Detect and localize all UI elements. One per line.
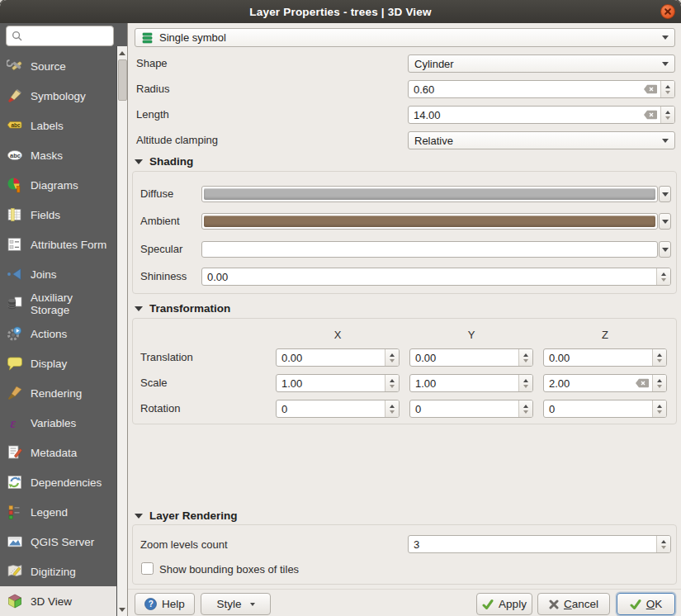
- collapse-triangle-icon: [135, 159, 143, 164]
- sidebar-item-3d-view[interactable]: 3D View: [0, 586, 116, 616]
- titlebar[interactable]: Layer Properties - trees | 3D View: [0, 0, 681, 23]
- sidebar-item-variables[interactable]: ε Variables: [0, 408, 116, 438]
- ambient-color-button[interactable]: [201, 213, 658, 230]
- sidebar-item-masks[interactable]: abc Masks: [0, 140, 116, 170]
- masks-icon: abc: [7, 147, 23, 163]
- translation-y-input[interactable]: [410, 352, 518, 364]
- rotation-x-input[interactable]: [277, 403, 385, 415]
- fields-icon: [7, 206, 23, 223]
- sidebar-item-diagrams[interactable]: Diagrams: [0, 170, 116, 200]
- length-input[interactable]: [409, 109, 643, 121]
- sidebar-item-label: 3D View: [31, 595, 110, 608]
- svg-text:abc: abc: [12, 122, 21, 128]
- translation-x-spinbox: [276, 348, 400, 367]
- shading-section-header[interactable]: Shading: [135, 155, 193, 168]
- transformation-section-header[interactable]: Transformation: [135, 302, 230, 315]
- rotation-z-input[interactable]: [544, 403, 652, 415]
- sidebar-item-legend[interactable]: Legend: [0, 497, 116, 527]
- spin-buttons[interactable]: [660, 81, 674, 97]
- diagrams-icon: [7, 177, 23, 193]
- specular-color-dropdown[interactable]: [659, 241, 671, 258]
- single-symbol-icon: [141, 31, 154, 45]
- sidebar-item-source[interactable]: Source: [0, 51, 116, 81]
- translation-z-input[interactable]: [544, 352, 652, 364]
- help-button[interactable]: ? Help: [135, 593, 195, 615]
- sidebar-item-joins[interactable]: Joins: [0, 259, 116, 289]
- clear-icon[interactable]: [635, 378, 650, 388]
- layer-rendering-groupbox: [132, 524, 677, 585]
- spin-buttons[interactable]: [385, 400, 399, 417]
- spin-buttons[interactable]: [652, 400, 666, 417]
- shininess-spinbox: [201, 268, 671, 286]
- specular-color-button[interactable]: [201, 241, 658, 258]
- digitizing-icon: [7, 563, 23, 580]
- sidebar-item-rendering[interactable]: Rendering: [0, 378, 116, 408]
- close-button[interactable]: [660, 4, 675, 19]
- chevron-down-icon: [662, 36, 669, 40]
- sidebar-item-attributes-form[interactable]: Attributes Form: [0, 230, 116, 259]
- sidebar-item-metadata[interactable]: Metadata: [0, 438, 116, 467]
- spin-buttons[interactable]: [385, 349, 399, 366]
- ambient-color-dropdown[interactable]: [659, 213, 671, 230]
- sidebar-item-fields[interactable]: Fields: [0, 200, 116, 230]
- style-button[interactable]: Style: [201, 593, 271, 615]
- spin-buttons[interactable]: [518, 375, 532, 391]
- radius-input[interactable]: [409, 83, 643, 96]
- scroll-down-icon[interactable]: [117, 604, 127, 615]
- sidebar-item-actions[interactable]: Actions: [0, 319, 116, 348]
- qgis-server-icon: [7, 533, 23, 550]
- layer-rendering-section-header[interactable]: Layer Rendering: [135, 509, 238, 522]
- svg-text:abc: abc: [10, 152, 21, 159]
- zoom-levels-input[interactable]: [409, 538, 656, 551]
- shape-value: Cylinder: [414, 58, 454, 70]
- scroll-up-icon[interactable]: [117, 47, 127, 59]
- scale-x-input[interactable]: [277, 377, 385, 390]
- rotation-y-input[interactable]: [410, 403, 518, 415]
- sidebar-item-labels[interactable]: abc Labels: [0, 111, 116, 140]
- spin-buttons[interactable]: [652, 375, 666, 391]
- clear-icon[interactable]: [643, 110, 658, 120]
- renderer-value: Single symbol: [159, 31, 226, 44]
- sidebar-scrollbar[interactable]: [116, 46, 127, 616]
- scale-z-input[interactable]: [544, 377, 635, 390]
- search-input[interactable]: [26, 29, 113, 43]
- sidebar-item-qgis-server[interactable]: QGIS Server: [0, 527, 116, 557]
- altitude-clamping-label: Altitude clamping: [136, 134, 218, 146]
- sidebar-item-label: Diagrams: [31, 179, 110, 192]
- spin-buttons[interactable]: [652, 349, 666, 366]
- spin-buttons[interactable]: [518, 400, 532, 417]
- renderer-combo[interactable]: Single symbol: [135, 28, 675, 47]
- sidebar-item-digitizing[interactable]: Digitizing: [0, 557, 116, 586]
- cancel-button[interactable]: Cancel: [537, 593, 610, 615]
- sidebar-item-display[interactable]: Display: [0, 348, 116, 378]
- sidebar-item-dependencies[interactable]: Dependencies: [0, 467, 116, 497]
- altitude-clamping-combo[interactable]: Relative: [408, 131, 675, 149]
- ok-button[interactable]: OK: [617, 593, 675, 615]
- spin-buttons[interactable]: [656, 536, 670, 552]
- show-bounding-boxes-checkbox[interactable]: [141, 562, 154, 575]
- sidebar-search[interactable]: [6, 26, 114, 46]
- scale-y-input[interactable]: [410, 377, 518, 390]
- translation-x-input[interactable]: [277, 352, 385, 364]
- spin-buttons[interactable]: [518, 349, 532, 366]
- spin-buttons[interactable]: [656, 268, 670, 285]
- svg-text:ε: ε: [11, 416, 17, 430]
- spin-buttons[interactable]: [660, 107, 674, 123]
- diffuse-color-button[interactable]: [201, 186, 658, 202]
- sidebar-item-auxiliary-storage[interactable]: Auxiliary Storage: [0, 289, 116, 319]
- apply-button[interactable]: Apply: [476, 593, 532, 615]
- sidebar-item-label: Actions: [31, 328, 110, 340]
- length-spinbox: [408, 106, 675, 124]
- spin-buttons[interactable]: [385, 375, 399, 391]
- diffuse-color-dropdown[interactable]: [659, 186, 671, 202]
- translation-y-spinbox: [409, 348, 533, 367]
- shininess-input[interactable]: [202, 271, 656, 283]
- clear-icon[interactable]: [643, 84, 658, 94]
- shape-label: Shape: [136, 57, 168, 69]
- specular-label: Specular: [140, 243, 182, 255]
- sidebar-item-symbology[interactable]: Symbology: [0, 81, 116, 111]
- length-label: Length: [136, 108, 169, 121]
- window-title: Layer Properties - trees | 3D View: [249, 6, 431, 18]
- scrollbar-thumb[interactable]: [118, 59, 127, 101]
- shape-combo[interactable]: Cylinder: [408, 54, 675, 73]
